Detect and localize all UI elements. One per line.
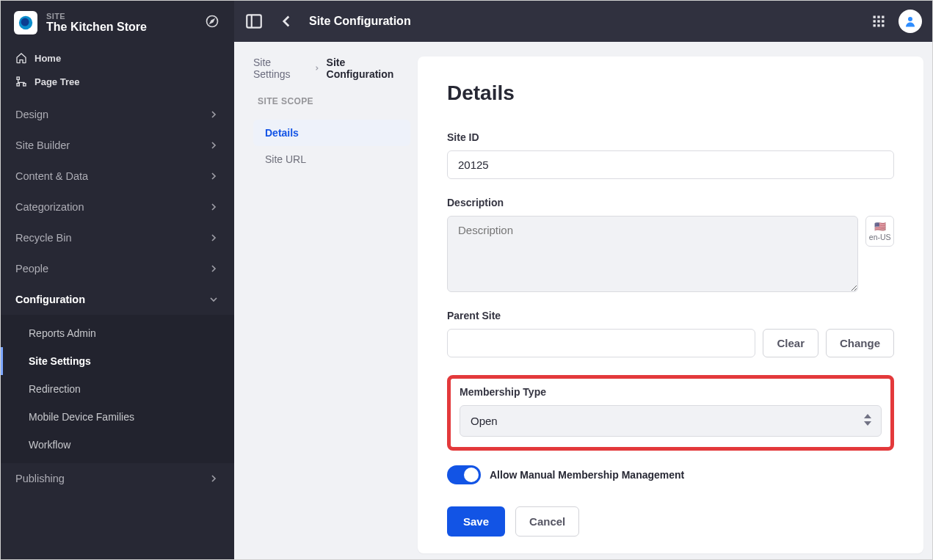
scope-heading: SITE SCOPE (253, 96, 410, 106)
svg-rect-10 (877, 16, 879, 18)
left-column: Site Settings Site Configuration SITE SC… (234, 42, 418, 559)
svg-rect-12 (874, 20, 876, 22)
chevron-down-icon (208, 294, 219, 305)
siteid-label: Site ID (447, 131, 894, 143)
nav-label: Content & Data (15, 170, 88, 182)
compass-button[interactable] (205, 14, 219, 29)
svg-rect-13 (877, 20, 879, 22)
sidebar-link-pagetree[interactable]: Page Tree (1, 70, 234, 93)
parentsite-label: Parent Site (447, 310, 894, 321)
sidebar-nav: Design Site Builder Content & Data Categ… (1, 99, 234, 494)
breadcrumb: Site Settings Site Configuration (253, 57, 410, 80)
compass-icon (205, 14, 219, 29)
sidebar-item-contentdata[interactable]: Content & Data (1, 161, 234, 192)
nav-label: Publishing (15, 473, 65, 484)
nav-label: Site Builder (15, 139, 70, 151)
svg-rect-9 (874, 16, 876, 18)
scope-item-siteurl[interactable]: Site URL (253, 146, 410, 172)
chevron-right-icon (208, 139, 219, 151)
user-icon (904, 15, 917, 28)
scope-item-details[interactable]: Details (253, 120, 410, 146)
chevron-right-icon (208, 473, 219, 484)
sidebar-item-recyclebin[interactable]: Recycle Bin (1, 222, 234, 253)
cancel-button[interactable]: Cancel (515, 506, 579, 537)
sidebar-item-categorization[interactable]: Categorization (1, 192, 234, 222)
sidebar-item-configuration[interactable]: Configuration (1, 284, 234, 315)
sidebar-sub-configuration: Reports Admin Site Settings Redirection … (1, 315, 234, 463)
description-textarea[interactable] (447, 216, 858, 292)
svg-rect-11 (882, 16, 884, 18)
sidebar-sub-redirection[interactable]: Redirection (1, 375, 234, 403)
svg-rect-4 (17, 77, 19, 79)
locale-code: en-US (869, 233, 891, 241)
field-parentsite: Parent Site Clear Change (447, 310, 894, 357)
svg-rect-7 (247, 15, 261, 27)
site-name[interactable]: The Kitchen Store (46, 21, 147, 34)
main: Site Configuration (234, 1, 932, 559)
svg-marker-3 (211, 20, 214, 23)
apps-grid-button[interactable] (869, 12, 888, 31)
chevron-right-icon (208, 201, 219, 213)
home-icon (15, 52, 27, 64)
sidebar-sub-workflow[interactable]: Workflow (1, 431, 234, 459)
svg-point-1 (21, 18, 29, 26)
chevron-right-icon (208, 263, 219, 274)
chevron-right-icon (208, 170, 219, 182)
home-label: Home (35, 53, 61, 64)
membership-select-wrap[interactable]: Open (460, 405, 882, 437)
chevron-right-icon (313, 65, 320, 72)
sidebar-item-design[interactable]: Design (1, 99, 234, 130)
sidebar-link-home[interactable]: Home (1, 46, 234, 70)
svg-rect-14 (882, 20, 884, 22)
sidebar-item-publishing[interactable]: Publishing (1, 463, 234, 494)
back-button[interactable] (277, 12, 296, 31)
avatar[interactable] (898, 10, 922, 33)
siteid-input[interactable] (447, 150, 894, 179)
sidebar-sub-reportsadmin[interactable]: Reports Admin (1, 319, 234, 347)
nav-label: People (15, 263, 48, 274)
membership-select[interactable]: Open (460, 406, 881, 436)
manual-membership-toggle[interactable] (447, 465, 481, 484)
panel-toggle-button[interactable] (244, 12, 264, 31)
chevron-right-icon (208, 232, 219, 244)
field-siteid: Site ID (447, 131, 894, 179)
panel-icon (244, 12, 264, 31)
sidebar: SITE The Kitchen Store Home (1, 1, 234, 559)
membership-label: Membership Type (460, 386, 882, 398)
field-toggle: Allow Manual Membership Management (447, 465, 894, 484)
nav-label: Categorization (15, 201, 84, 213)
details-panel: Details Site ID Description 🇺🇸 en-US (418, 57, 923, 553)
locale-selector[interactable]: 🇺🇸 en-US (865, 216, 894, 247)
sidebar-top-links: Home Page Tree (1, 43, 234, 99)
membership-highlight: Membership Type Open (447, 375, 894, 451)
flag-icon: 🇺🇸 (874, 222, 886, 231)
sidebar-title-block: SITE The Kitchen Store (46, 12, 147, 34)
sidebar-item-people[interactable]: People (1, 253, 234, 284)
sidebar-item-sitebuilder[interactable]: Site Builder (1, 130, 234, 161)
breadcrumb-parent[interactable]: Site Settings (253, 57, 308, 80)
clear-button[interactable]: Clear (763, 329, 818, 357)
topbar: Site Configuration (234, 1, 932, 42)
pagetree-label: Page Tree (35, 76, 79, 87)
grid-icon (871, 14, 886, 29)
save-button[interactable]: Save (447, 506, 505, 537)
description-label: Description (447, 197, 894, 208)
field-description: Description 🇺🇸 en-US (447, 197, 894, 292)
parentsite-input[interactable] (447, 329, 755, 357)
svg-rect-16 (877, 24, 879, 26)
sidebar-label: SITE (46, 12, 147, 21)
tree-icon (15, 76, 27, 87)
change-button[interactable]: Change (826, 329, 894, 357)
sidebar-sub-mobiledevice[interactable]: Mobile Device Families (1, 403, 234, 431)
site-logo[interactable] (14, 11, 37, 34)
logo-icon (18, 15, 34, 31)
page-title: Site Configuration (309, 15, 411, 28)
sidebar-sub-sitesettings[interactable]: Site Settings (1, 347, 234, 375)
nav-label: Configuration (15, 294, 85, 305)
form-actions: Save Cancel (447, 506, 894, 537)
panel-heading: Details (447, 81, 894, 105)
toggle-knob (464, 468, 479, 482)
chevron-left-icon (277, 12, 296, 31)
svg-rect-15 (874, 24, 876, 26)
svg-rect-6 (23, 84, 26, 86)
